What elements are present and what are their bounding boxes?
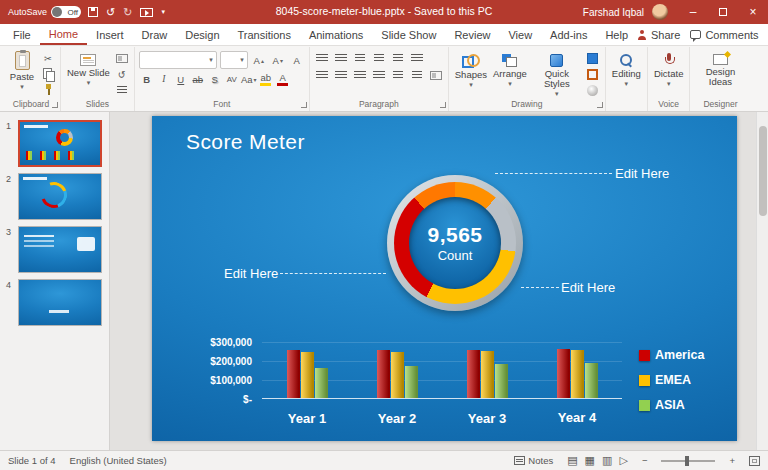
autosave-toggle[interactable]: Off <box>51 6 81 18</box>
autosave-control[interactable]: AutoSave Off <box>8 6 81 18</box>
tab-transitions[interactable]: Transitions <box>229 24 300 45</box>
bar-group[interactable]: Year 1 <box>287 350 328 398</box>
font-name-combobox[interactable]: ▾ <box>139 51 217 69</box>
arrange-button[interactable]: Arrange ▾ <box>491 49 529 87</box>
bold-button[interactable]: B <box>139 72 155 86</box>
tab-design[interactable]: Design <box>176 24 228 45</box>
italic-button[interactable]: I <box>156 72 172 86</box>
copy-button[interactable] <box>40 67 56 81</box>
shape-outline-button[interactable] <box>585 67 601 81</box>
smartart-button[interactable] <box>428 68 444 82</box>
notes-button[interactable]: Notes <box>514 455 553 466</box>
avatar[interactable] <box>652 4 668 20</box>
slide-sorter-view-button[interactable]: ▦ <box>585 454 595 467</box>
slide-title-textbox[interactable]: Score Meter <box>186 130 305 154</box>
zoom-out-button[interactable]: − <box>642 455 648 466</box>
increase-indent-button[interactable] <box>371 51 387 65</box>
slide-editor[interactable]: Score Meter 9,565 Count Edit Here Edit H… <box>152 116 737 441</box>
tab-view[interactable]: View <box>499 24 541 45</box>
slide-thumbnail-3[interactable]: 3 <box>0 223 109 276</box>
shape-fill-button[interactable] <box>585 51 601 65</box>
user-name[interactable]: Farshad Iqbal <box>583 7 644 18</box>
callout-right[interactable]: Edit Here <box>561 280 615 295</box>
tab-insert[interactable]: Insert <box>87 24 133 45</box>
callout-left[interactable]: Edit Here <box>224 266 278 281</box>
redo-icon[interactable]: ↻ <box>123 6 132 19</box>
tab-file[interactable]: File <box>4 24 40 45</box>
slide-2-preview[interactable] <box>18 173 102 220</box>
shrink-font-button[interactable]: A▾ <box>270 53 286 67</box>
tab-home[interactable]: Home <box>40 24 87 45</box>
dialog-launcher-icon[interactable] <box>597 102 603 108</box>
dialog-launcher-icon[interactable] <box>440 102 446 108</box>
justify-button[interactable] <box>371 68 387 82</box>
slide-indicator[interactable]: Slide 1 of 4 <box>8 455 56 466</box>
tab-add-ins[interactable]: Add-ins <box>541 24 596 45</box>
minimize-button[interactable]: – <box>678 0 708 24</box>
font-size-combobox[interactable]: ▾ <box>220 51 248 69</box>
save-icon[interactable] <box>88 7 98 17</box>
zoom-in-button[interactable]: + <box>729 455 735 466</box>
bar-group[interactable]: Year 2 <box>377 350 418 398</box>
legend-item[interactable]: EMEA <box>639 373 704 387</box>
share-button[interactable]: Share <box>637 29 680 41</box>
bar-group[interactable]: Year 4 <box>557 349 598 398</box>
slide-thumbnail-4[interactable]: 4 <box>0 276 109 329</box>
legend-item[interactable]: America <box>639 348 704 362</box>
cut-button[interactable]: ✂ <box>40 51 56 65</box>
text-shadow-button[interactable]: S <box>207 72 223 86</box>
slideshow-view-button[interactable]: ▷ <box>619 454 627 467</box>
start-presentation-icon[interactable] <box>140 8 153 17</box>
tab-animations[interactable]: Animations <box>300 24 372 45</box>
comments-button[interactable]: Comments <box>690 29 758 41</box>
columns-button[interactable] <box>390 68 406 82</box>
character-spacing-button[interactable]: AV <box>224 72 240 86</box>
align-center-button[interactable] <box>333 68 349 82</box>
section-button[interactable] <box>114 83 130 97</box>
restore-button[interactable] <box>708 0 738 24</box>
tab-review[interactable]: Review <box>445 24 499 45</box>
slide-thumbnail-1[interactable]: 1 <box>0 117 109 170</box>
zoom-slider-thumb[interactable] <box>685 456 689 466</box>
dictate-button[interactable]: Dictate ▾ <box>652 49 686 87</box>
callout-top-right[interactable]: Edit Here <box>615 166 669 181</box>
language-status[interactable]: English (United States) <box>70 455 167 466</box>
slide-4-preview[interactable] <box>18 279 102 326</box>
text-direction-button[interactable] <box>390 51 406 65</box>
align-right-button[interactable] <box>352 68 368 82</box>
dialog-launcher-icon[interactable] <box>52 102 58 108</box>
shape-effects-button[interactable] <box>585 83 601 97</box>
scrollbar-thumb[interactable] <box>759 126 767 216</box>
dialog-launcher-icon[interactable] <box>301 102 307 108</box>
legend-item[interactable]: ASIA <box>639 398 704 412</box>
reading-view-button[interactable]: ▥ <box>602 454 612 467</box>
shapes-button[interactable]: Shapes ▾ <box>453 49 489 88</box>
grow-font-button[interactable]: A▴ <box>251 53 267 67</box>
paste-button[interactable]: Paste ▾ <box>6 49 38 90</box>
score-meter-gauge[interactable]: 9,565 Count <box>387 175 523 311</box>
vertical-scrollbar[interactable] <box>756 112 768 450</box>
align-text-button[interactable] <box>409 68 425 82</box>
slide-1-preview[interactable] <box>18 120 102 167</box>
zoom-slider[interactable] <box>661 460 715 462</box>
decrease-indent-button[interactable] <box>352 51 368 65</box>
align-left-button[interactable] <box>314 68 330 82</box>
slide-layout-button[interactable] <box>114 51 130 65</box>
bar-groups[interactable]: Year 1Year 2Year 3Year 4 <box>262 342 622 399</box>
tab-slide-show[interactable]: Slide Show <box>372 24 445 45</box>
tab-help[interactable]: Help <box>596 24 637 45</box>
quick-styles-button[interactable]: Quick Styles ▾ <box>531 49 583 97</box>
new-slide-button[interactable]: New Slide ▾ <box>65 49 112 86</box>
slide-thumbnail-2[interactable]: 2 <box>0 170 109 223</box>
numbering-button[interactable] <box>333 51 349 65</box>
tab-draw[interactable]: Draw <box>133 24 177 45</box>
fit-to-window-button[interactable] <box>749 456 760 466</box>
format-painter-button[interactable] <box>40 83 56 97</box>
clear-formatting-button[interactable]: A <box>289 53 305 67</box>
close-button[interactable]: × <box>738 0 768 24</box>
bullets-button[interactable] <box>314 51 330 65</box>
normal-view-button[interactable]: ▤ <box>567 454 577 467</box>
bar-group[interactable]: Year 3 <box>467 350 508 398</box>
customize-qat-icon[interactable]: ▾ <box>161 8 165 16</box>
undo-icon[interactable]: ↺ <box>106 6 115 19</box>
